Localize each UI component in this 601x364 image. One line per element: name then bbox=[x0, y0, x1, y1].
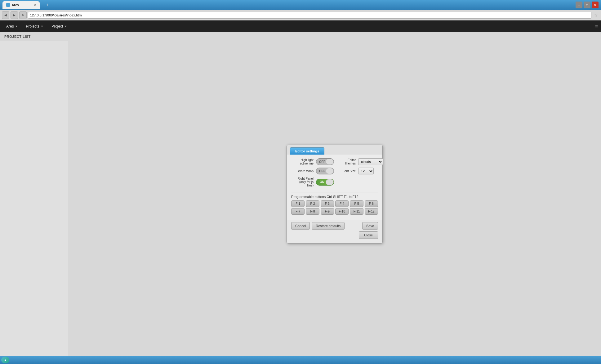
menu-label-projects: Projects bbox=[26, 24, 39, 29]
dialog-body: High lightactive line OFF Word Wrap bbox=[287, 155, 382, 220]
dialog-overlay: Editor settings High lightactive line OF… bbox=[68, 32, 601, 356]
bookmark-icon[interactable]: ☆ bbox=[593, 13, 599, 18]
sidebar-header: PROJECT LIST bbox=[0, 32, 68, 41]
menu-item-projects[interactable]: Projects ▼ bbox=[23, 23, 47, 30]
right-panel-label: Right Panel(only for jsfiles) bbox=[291, 177, 314, 187]
editor-themes-label: Editor Themes bbox=[337, 158, 356, 165]
prog-btn-f6[interactable]: F-6 bbox=[365, 200, 378, 207]
prog-btn-f5[interactable]: F-5 bbox=[350, 200, 363, 207]
prog-btn-f12[interactable]: F-12 bbox=[365, 208, 378, 215]
menu-item-project[interactable]: Project ▼ bbox=[48, 23, 70, 30]
app-header: Ares ▼ Projects ▼ Project ▼ ≡ bbox=[0, 20, 601, 32]
highlight-toggle[interactable]: OFF bbox=[316, 158, 334, 165]
right-panel-toggle[interactable]: ON bbox=[316, 179, 334, 186]
word-wrap-toggle-label: OFF bbox=[318, 169, 327, 173]
prog-btn-f2[interactable]: F-2 bbox=[306, 200, 319, 207]
font-size-label: Font Size bbox=[337, 169, 356, 173]
browser-toolbar: ◀ ▶ ↻ ☆ bbox=[0, 10, 601, 20]
menu-arrow-projects: ▼ bbox=[41, 25, 43, 28]
main-area: PROJECT LIST Editor settings High ligh bbox=[0, 32, 601, 356]
font-size-select[interactable]: 10 11 12 14 16 bbox=[358, 168, 374, 174]
save-button[interactable]: Save bbox=[362, 222, 378, 230]
prog-btn-f1[interactable]: F-1 bbox=[291, 200, 305, 207]
sidebar: PROJECT LIST bbox=[0, 32, 68, 356]
header-right-icon: ≡ bbox=[595, 24, 598, 29]
close-window-button[interactable]: ✕ bbox=[592, 2, 599, 8]
editor-themes-select[interactable]: clouds monokai github bbox=[358, 158, 383, 165]
settings-columns: High lightactive line OFF Word Wrap bbox=[291, 158, 378, 190]
address-bar[interactable] bbox=[28, 12, 591, 19]
prog-btn-f10[interactable]: F-10 bbox=[335, 208, 349, 215]
divider bbox=[291, 192, 378, 192]
forward-button[interactable]: ▶ bbox=[11, 11, 18, 19]
word-wrap-label: Word Wrap bbox=[291, 169, 314, 173]
word-wrap-toggle[interactable]: OFF bbox=[316, 168, 334, 174]
dialog-tab-bar: Editor settings bbox=[287, 145, 382, 155]
prog-btn-f4[interactable]: F-4 bbox=[335, 200, 349, 207]
minimize-button[interactable]: ─ bbox=[576, 2, 582, 8]
new-tab-button[interactable]: + bbox=[42, 1, 79, 9]
dialog-close-row: Close bbox=[287, 231, 382, 240]
highlight-toggle-label: OFF bbox=[318, 160, 327, 164]
left-column: High lightactive line OFF Word Wrap bbox=[291, 158, 334, 190]
word-wrap-row: Word Wrap OFF bbox=[291, 168, 334, 174]
taskbar: ● bbox=[0, 356, 601, 364]
right-panel-toggle-label: ON bbox=[318, 180, 326, 184]
highlight-row: High lightactive line OFF bbox=[291, 158, 334, 165]
programmable-label: Programmable buttons Ctrl-SHIFT F1 to F1… bbox=[291, 195, 378, 199]
maximize-button[interactable]: □ bbox=[584, 2, 590, 8]
programmable-buttons-grid: F-1 F-2 F-3 F-4 F-5 F-6 F-7 F-8 F-9 F-10… bbox=[291, 200, 378, 215]
window-controls: ─ □ ✕ bbox=[576, 2, 599, 8]
tab-title: Ares bbox=[12, 3, 19, 7]
prog-btn-f9[interactable]: F-9 bbox=[321, 208, 334, 215]
highlight-label: High lightactive line bbox=[291, 158, 314, 165]
tab-close-button[interactable]: ✕ bbox=[33, 3, 36, 7]
right-column: Editor Themes clouds monokai github Font… bbox=[337, 158, 383, 177]
back-button[interactable]: ◀ bbox=[2, 11, 9, 19]
prog-btn-f3[interactable]: F-3 bbox=[321, 200, 334, 207]
editor-settings-tab[interactable]: Editor settings bbox=[290, 147, 324, 155]
font-size-row: Font Size 10 11 12 14 16 bbox=[337, 168, 383, 174]
restore-defaults-button[interactable]: Restore defaults bbox=[312, 222, 345, 230]
right-panel-row: Right Panel(only for jsfiles) ON bbox=[291, 177, 334, 187]
content-area: Editor settings High lightactive line OF… bbox=[68, 32, 601, 356]
right-panel-toggle-knob bbox=[326, 179, 334, 185]
tab-favicon bbox=[6, 3, 10, 7]
prog-btn-f11[interactable]: F-11 bbox=[350, 208, 363, 215]
dialog-footer: Cancel Restore defaults Save bbox=[287, 220, 382, 231]
prog-btn-f7[interactable]: F-7 bbox=[291, 208, 305, 215]
menu-arrow-project: ▼ bbox=[64, 25, 67, 28]
prog-btn-f8[interactable]: F-8 bbox=[306, 208, 319, 215]
editor-themes-row: Editor Themes clouds monokai github bbox=[337, 158, 383, 165]
browser-titlebar: Ares ✕ + ─ □ ✕ bbox=[0, 0, 601, 10]
menu-arrow-ares: ▼ bbox=[15, 25, 18, 28]
close-button[interactable]: Close bbox=[359, 231, 378, 239]
refresh-button[interactable]: ↻ bbox=[19, 11, 27, 19]
cancel-button[interactable]: Cancel bbox=[291, 222, 310, 230]
editor-settings-dialog: Editor settings High lightactive line OF… bbox=[287, 145, 383, 243]
menu-item-ares[interactable]: Ares ▼ bbox=[3, 23, 21, 30]
menu-label-project: Project bbox=[51, 24, 63, 29]
menu-label-ares: Ares bbox=[6, 24, 14, 29]
browser-tab[interactable]: Ares ✕ bbox=[2, 1, 40, 9]
start-button[interactable]: ● bbox=[1, 357, 9, 363]
